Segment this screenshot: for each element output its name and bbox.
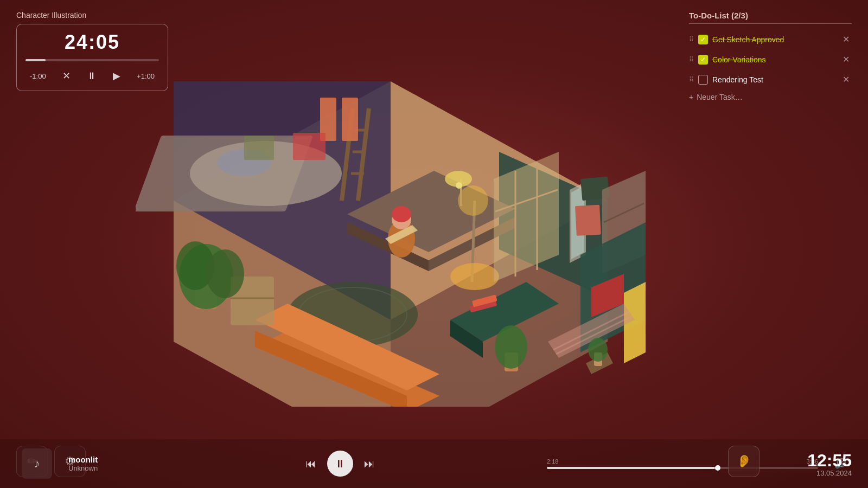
timer-minus-button[interactable]: -1:00 (25, 70, 50, 82)
svg-rect-15 (342, 98, 358, 141)
todo-item-1: ⠿ ✓ Get Sketch Approved ✕ (689, 29, 852, 49)
music-progress-section: 2:18 3:36 (547, 458, 818, 469)
timer-close-button[interactable]: ✕ (58, 68, 75, 84)
checkbox-2[interactable]: ✓ (698, 55, 708, 65)
music-controls: ⏮ ⏸ ⏭ (150, 451, 531, 477)
svg-point-50 (495, 325, 527, 369)
ear-button[interactable]: 👂 (728, 446, 760, 477)
svg-point-25 (458, 185, 488, 216)
svg-point-21 (392, 206, 411, 222)
svg-rect-33 (575, 205, 601, 236)
drag-icon-1[interactable]: ⠿ (689, 36, 694, 43)
timer-controls: -1:00 ✕ ⏸ ▶ +1:00 (25, 68, 159, 84)
todo-close-3[interactable]: ✕ (840, 73, 852, 86)
checkbox-1[interactable]: ✓ (698, 35, 708, 44)
music-current-time: 2:18 (547, 458, 558, 465)
todo-label-1[interactable]: Get Sketch Approved (712, 35, 836, 44)
svg-rect-60 (293, 133, 326, 160)
todo-add-label: Neuer Task… (697, 93, 743, 101)
music-next-button[interactable]: ⏭ (364, 458, 375, 470)
svg-point-67 (456, 182, 462, 189)
music-progress-fill (547, 467, 715, 469)
music-progress-dot (715, 465, 720, 471)
music-info: moonlit Unknown (68, 455, 133, 472)
timer-display: 24:05 (25, 31, 159, 54)
timer-widget: Character Illustration 24:05 -1:00 ✕ ⏸ ▶… (16, 11, 168, 91)
music-album-art: ♪ (22, 448, 52, 479)
music-note-icon: ♪ (34, 457, 40, 471)
todo-item-3: ⠿ Rendering Test ✕ (689, 69, 852, 89)
svg-rect-61 (244, 136, 274, 160)
todo-add-button[interactable]: + Neuer Task… (689, 93, 852, 101)
music-artist: Unknown (68, 464, 133, 472)
clock-time: 12:55 (807, 452, 852, 469)
timer-plus-button[interactable]: +1:00 (132, 70, 159, 82)
todo-title: To-Do-List (2/3) (689, 11, 852, 24)
music-progress-bar[interactable] (547, 467, 818, 469)
timer-forward-button[interactable]: ▶ (108, 68, 125, 84)
drag-icon-2[interactable]: ⠿ (689, 56, 694, 63)
music-times: 2:18 3:36 (547, 458, 818, 465)
todo-widget: To-Do-List (2/3) ⠿ ✓ Get Sketch Approved… (689, 11, 852, 101)
plus-icon: + (689, 93, 693, 101)
clock-widget: 12:55 13.05.2024 (807, 452, 852, 477)
todo-item-2: ⠿ ✓ Color Variations ✕ (689, 49, 852, 69)
timer-progress-bar (25, 59, 159, 61)
timer-title: Character Illustration (16, 11, 168, 20)
svg-point-59 (588, 338, 608, 362)
svg-point-24 (450, 263, 499, 290)
todo-label-2[interactable]: Color Variations (712, 55, 836, 64)
music-title: moonlit (68, 455, 133, 464)
checkbox-3[interactable] (698, 75, 708, 85)
svg-point-64 (206, 249, 244, 298)
music-prev-button[interactable]: ⏮ (305, 458, 316, 470)
drag-icon-3[interactable]: ⠿ (689, 76, 694, 84)
todo-close-2[interactable]: ✕ (840, 53, 852, 66)
timer-progress-fill (25, 59, 46, 61)
todo-label-3[interactable]: Rendering Test (712, 75, 836, 84)
ear-icon: 👂 (737, 454, 751, 468)
todo-close-1[interactable]: ✕ (840, 33, 852, 46)
timer-pause-button[interactable]: ⏸ (82, 68, 101, 84)
room-illustration (136, 27, 646, 407)
music-pause-button[interactable]: ⏸ (327, 451, 353, 477)
clock-date: 13.05.2024 (807, 469, 852, 477)
timer-box: 24:05 -1:00 ✕ ⏸ ▶ +1:00 (16, 24, 168, 91)
